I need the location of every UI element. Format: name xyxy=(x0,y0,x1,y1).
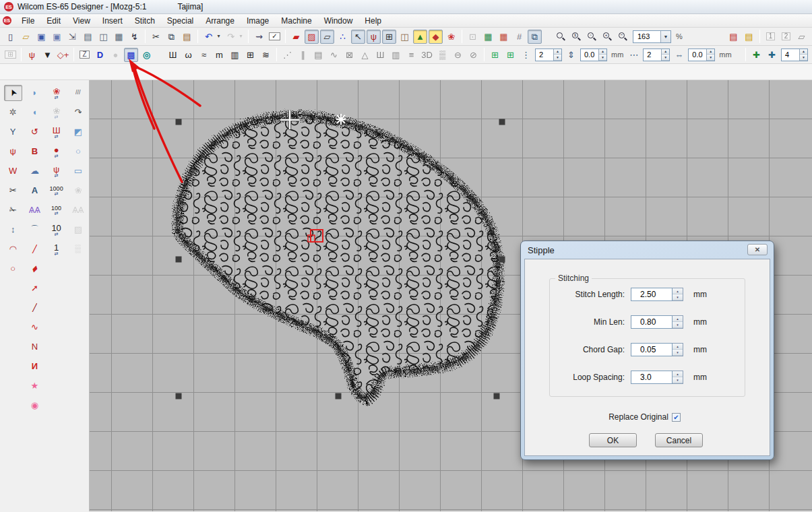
spacing-1000-tool[interactable]: 1000⇄ xyxy=(47,183,65,199)
reshape-object-tool[interactable]: ◗ xyxy=(26,85,44,101)
field-spinner[interactable]: ▲▼ xyxy=(598,49,606,61)
stipple-fill-icon[interactable]: ▩ xyxy=(124,48,138,62)
menu-image[interactable]: Image xyxy=(241,15,275,26)
param-spinner[interactable]: ▴▾ xyxy=(673,315,683,329)
outlines-view-icon[interactable]: ▱ xyxy=(320,30,334,44)
rows-dots-icon[interactable]: ⋮ xyxy=(519,48,533,62)
pattern-fill-icon[interactable]: ⊞ xyxy=(243,48,257,62)
menu-file[interactable]: File xyxy=(15,15,40,26)
mirror-rotate-tool[interactable]: ↺ xyxy=(26,124,44,140)
star-shape-tool[interactable]: ★ xyxy=(26,378,44,394)
monogram-tool[interactable]: ѦѦ xyxy=(26,202,44,218)
open-shape-tool[interactable]: N xyxy=(26,339,44,355)
mirror-columns-icon[interactable]: ⊞ xyxy=(503,48,518,62)
cancel-button[interactable]: Cancel xyxy=(655,433,703,447)
kaleidoscope-points-field[interactable]: 4▲▼ xyxy=(781,49,808,61)
field-spinner[interactable]: ▲▼ xyxy=(799,49,807,61)
rectangle-tool[interactable]: ▭ xyxy=(69,163,87,179)
penetration-points-icon[interactable]: ◇+ xyxy=(56,48,70,62)
spacing-100-tool[interactable]: 100⇄ xyxy=(47,202,65,218)
menu-window[interactable]: Window xyxy=(318,15,359,26)
connect-machine-icon[interactable]: ↯ xyxy=(127,30,142,44)
save-icon[interactable]: ▣ xyxy=(34,30,49,44)
ring-shape-tool[interactable]: ◉ xyxy=(26,397,44,414)
polygon-select-tool[interactable]: ✲ xyxy=(4,104,22,121)
menu-insert[interactable]: Insert xyxy=(96,15,129,26)
open-folder-icon[interactable]: ▱ xyxy=(19,30,33,44)
points-view-icon[interactable]: ∴ xyxy=(336,30,350,44)
single-needle-icon[interactable]: ▼ xyxy=(40,48,55,62)
field-spinner[interactable]: ▲▼ xyxy=(553,49,561,61)
stemstitch-tool[interactable]: ∿ xyxy=(26,319,44,335)
stitches-view-icon[interactable]: ▰ xyxy=(289,30,303,44)
field-spinner[interactable]: ▲▼ xyxy=(661,49,669,61)
write-to-machine-icon[interactable]: ▦ xyxy=(112,30,126,44)
closed-shape-tool[interactable]: И xyxy=(26,358,44,375)
export-design-icon[interactable]: ⇲ xyxy=(65,30,80,44)
ellipse-tool[interactable]: ○ xyxy=(69,143,87,160)
manual-stitch-tool[interactable]: ψ⇄ xyxy=(47,163,65,179)
cut-connection-tool[interactable]: ✁ xyxy=(4,202,22,218)
wave-fill-icon[interactable]: ≋ xyxy=(259,48,273,62)
hoop-view-icon[interactable]: ◫ xyxy=(398,30,412,44)
columns-count-field[interactable]: 2▲▼ xyxy=(643,49,670,61)
print-preview-icon[interactable]: ◫ xyxy=(96,30,111,44)
overlay-hash-icon[interactable]: # xyxy=(512,30,526,44)
menu-stitch[interactable]: Stitch xyxy=(129,15,161,26)
complex-fill-tool[interactable]: ◩ xyxy=(69,124,87,140)
zigzag-stitch-icon[interactable]: ≈ xyxy=(197,48,211,62)
fan-fill-tool[interactable]: ◠ xyxy=(4,241,22,257)
param-input[interactable]: 0.80 xyxy=(631,315,673,329)
menu-arrange[interactable]: Arrange xyxy=(199,15,241,26)
menu-view[interactable]: View xyxy=(67,15,96,26)
backstitch-tool[interactable]: ╱ xyxy=(26,300,44,316)
parallel-fill-tool[interactable]: /// xyxy=(69,85,87,101)
row-spacing-field[interactable]: 0.0▲▼ xyxy=(580,49,607,61)
menu-help[interactable]: Help xyxy=(358,15,387,26)
input-c-tool[interactable]: ●⇄ xyxy=(47,143,65,160)
reshape-tool[interactable]: Y xyxy=(4,124,22,140)
zoom-box-icon[interactable]: ▫ xyxy=(585,30,599,44)
ok-button[interactable]: OK xyxy=(589,433,637,447)
paste-icon[interactable]: ▤ xyxy=(180,30,194,44)
step-stitch-icon[interactable]: m xyxy=(212,48,226,62)
background-view-icon[interactable]: ▲ xyxy=(413,30,427,44)
dialog-close-button[interactable]: ✕ xyxy=(747,244,768,255)
row-spacing-icon[interactable]: ⇕ xyxy=(564,48,578,62)
overlay-grid-icon[interactable]: ▦ xyxy=(481,30,495,44)
punch-needle-icon[interactable]: ψ xyxy=(25,48,39,62)
column-spacing-field[interactable]: 0.0▲▼ xyxy=(688,49,715,61)
print-icon[interactable]: ▤ xyxy=(81,30,95,44)
kaleidoscope-icon[interactable]: ✚ xyxy=(749,48,763,62)
menu-edit[interactable]: Edit xyxy=(40,15,67,26)
replace-original-checkbox[interactable]: ✔ xyxy=(672,413,681,422)
satin-column-tool[interactable]: Ш⇄ xyxy=(47,124,65,140)
param-input[interactable]: 3.0 xyxy=(631,371,673,384)
grid-view-icon[interactable]: ⊞ xyxy=(382,30,396,44)
spacing-10-tool[interactable]: 10⇄ xyxy=(47,222,65,238)
cut-icon[interactable]: ✂ xyxy=(149,30,163,44)
zoom-lens-icon[interactable] xyxy=(554,30,568,44)
copy-icon[interactable]: ⧉ xyxy=(164,30,179,44)
slow-redraw-tool[interactable]: W xyxy=(4,163,22,179)
needle-points-view-icon[interactable]: ψ xyxy=(367,30,381,44)
satin-line-tool[interactable]: ▰ xyxy=(26,261,44,277)
param-spinner[interactable]: ▴▾ xyxy=(673,288,683,301)
param-input[interactable]: 2.50 xyxy=(631,288,673,301)
design-view-icon[interactable]: ◆ xyxy=(429,30,443,44)
auto-digitizer-icon[interactable]: Z xyxy=(77,48,92,62)
select-tool[interactable]: ➤ xyxy=(4,85,22,101)
worksheet-to-machine-icon[interactable]: ▤ xyxy=(742,30,756,44)
field-spinner[interactable]: ▲▼ xyxy=(706,49,714,61)
travel-by-stitches-icon[interactable]: ⇝ xyxy=(252,30,266,44)
kaleidoscope-mirror-icon[interactable]: ✚ xyxy=(765,48,779,62)
remove-overlaps-tool[interactable]: B xyxy=(26,143,44,160)
e-stitch-icon[interactable]: ω xyxy=(181,48,195,62)
offset-outlines-icon[interactable]: ◎ xyxy=(139,48,154,62)
zoom-in-icon[interactable]: + xyxy=(600,30,615,44)
menu-special[interactable]: Special xyxy=(161,15,199,26)
measure-tool[interactable]: ↕ xyxy=(4,222,22,238)
stitch-edit-tool[interactable]: ψ xyxy=(4,143,22,160)
columns-dots-icon[interactable]: ⋯ xyxy=(627,48,641,62)
save-design-icon[interactable]: ▣ xyxy=(50,30,64,44)
